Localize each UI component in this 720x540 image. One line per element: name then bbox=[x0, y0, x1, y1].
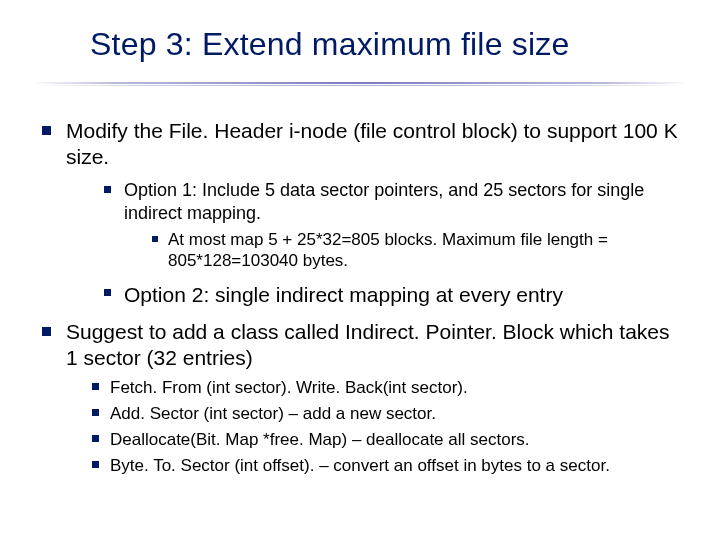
bullet-list-level1: Modify the File. Header i-node (file con… bbox=[36, 118, 684, 476]
bullet-method-add-sector: Add. Sector (int sector) – add a new sec… bbox=[90, 403, 684, 425]
bullet-list-level2-methods: Fetch. From (int sector). Write. Back(in… bbox=[90, 377, 684, 476]
bullet-modify-fileheader: Modify the File. Header i-node (file con… bbox=[36, 118, 684, 309]
bullet-indirect-pointer-block: Suggest to add a class called Indirect. … bbox=[36, 319, 684, 477]
bullet-text: At most map 5 + 25*32=805 blocks. Maximu… bbox=[168, 230, 608, 271]
bullet-text: Option 1: Include 5 data sector pointers… bbox=[124, 180, 644, 223]
bullet-text: Suggest to add a class called Indirect. … bbox=[66, 320, 670, 369]
bullet-list-level2: Option 1: Include 5 data sector pointers… bbox=[100, 179, 684, 309]
bullet-text: Modify the File. Header i-node (file con… bbox=[66, 119, 678, 168]
bullet-text: Add. Sector (int sector) – add a new sec… bbox=[110, 404, 436, 423]
bullet-method-fetch-write: Fetch. From (int sector). Write. Back(in… bbox=[90, 377, 684, 399]
slide: Step 3: Extend maximum file size Modify … bbox=[0, 0, 720, 540]
slide-body: Modify the File. Header i-node (file con… bbox=[36, 118, 684, 520]
slide-title: Step 3: Extend maximum file size bbox=[90, 26, 690, 63]
bullet-text: Deallocate(Bit. Map *free. Map) – deallo… bbox=[110, 430, 530, 449]
bullet-method-byte-to-sector: Byte. To. Sector (int offset). – convert… bbox=[90, 455, 684, 477]
bullet-text: Option 2: single indirect mapping at eve… bbox=[124, 283, 563, 306]
bullet-option1: Option 1: Include 5 data sector pointers… bbox=[100, 179, 684, 273]
title-underline bbox=[36, 82, 684, 87]
bullet-text: Byte. To. Sector (int offset). – convert… bbox=[110, 456, 610, 475]
bullet-text: Fetch. From (int sector). Write. Back(in… bbox=[110, 378, 468, 397]
bullet-option1-detail: At most map 5 + 25*32=805 blocks. Maximu… bbox=[150, 229, 684, 273]
bullet-list-level3: At most map 5 + 25*32=805 blocks. Maximu… bbox=[150, 229, 684, 273]
bullet-option2: Option 2: single indirect mapping at eve… bbox=[100, 282, 684, 309]
bullet-method-deallocate: Deallocate(Bit. Map *free. Map) – deallo… bbox=[90, 429, 684, 451]
